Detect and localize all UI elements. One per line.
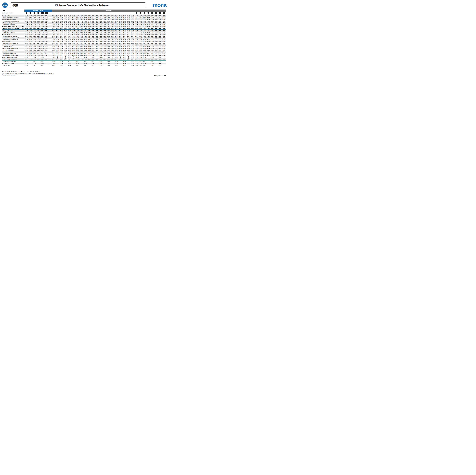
time-cell: 22.20 xyxy=(154,27,158,29)
time-cell: 08.23 xyxy=(68,33,71,35)
time-cell: 22.34 xyxy=(154,58,158,60)
time-cell: 07.36 xyxy=(60,63,64,65)
stop-name-cell: - H.v.Barth-/Hochvogelstr. xyxy=(2,44,24,46)
time-cell: 10.55 xyxy=(87,39,91,41)
badge-cell: HS xyxy=(138,12,142,14)
section-separator xyxy=(2,29,166,30)
time-cell: 22.22 xyxy=(154,32,158,33)
time-cell: 08.42 xyxy=(71,20,75,22)
time-cell: 12.37 xyxy=(99,65,103,66)
time-cell: 08.32 xyxy=(68,55,71,56)
time-cell: 21.21 xyxy=(32,30,36,32)
time-cell: 19.08 xyxy=(142,15,146,17)
time-cell: 19.16 xyxy=(142,26,146,27)
time-cell: 10.34 xyxy=(83,58,87,60)
column-gap xyxy=(48,27,52,29)
time-cell: 09.23 xyxy=(75,33,79,35)
time-cell: 22.26 xyxy=(36,41,40,42)
stop-row: - Bahnhofstr./Immenstädter Str.19.2720.2… xyxy=(2,42,166,44)
time-cell: 20.20 xyxy=(146,27,150,29)
time-cell: 06.54 xyxy=(56,37,60,39)
time-cell: 18.10 xyxy=(138,18,142,20)
time-cell: 08.43 xyxy=(71,22,75,24)
time-cell: 07.55 xyxy=(64,39,68,41)
hs-badge: HS xyxy=(159,12,161,14)
time-cell: 07.29 xyxy=(60,49,64,51)
time-cell: 08.24 xyxy=(68,35,71,37)
time-cell: 22.24 xyxy=(154,37,158,39)
stop-row: - Lindauer Str./Stadtweiher19.3521.3523.… xyxy=(2,61,166,63)
time-cell: 08.56 xyxy=(71,41,75,42)
time-cell: 16.24 xyxy=(131,35,135,37)
time-cell: 17.09 xyxy=(135,17,138,18)
badge-cell xyxy=(127,12,131,14)
column-gap xyxy=(48,63,52,65)
time-cell: 09.42 xyxy=(79,20,83,22)
time-cell: 21.28 xyxy=(150,44,154,46)
badge-cell: HS xyxy=(142,12,146,14)
time-cell: 06.58 xyxy=(56,46,60,48)
time-cell: 21.24 xyxy=(150,37,154,39)
time-cell: 15.08 xyxy=(123,15,127,17)
time-cell: 21.09 xyxy=(32,17,36,18)
time-cell xyxy=(146,65,150,66)
time-cell: 12.59 xyxy=(103,51,107,53)
time-cell: 13.29 xyxy=(107,49,111,51)
time-cell: 16.37 xyxy=(131,65,135,66)
time-cell: 20.15 xyxy=(146,24,150,26)
time-cell: 15.40 xyxy=(127,18,131,20)
time-cell: 12.54 xyxy=(103,37,107,39)
time-cell: 15.36 xyxy=(123,63,127,65)
time-cell: 21.37 xyxy=(150,65,154,66)
time-cell: 00.28 xyxy=(162,44,166,46)
time-cell: 10.53 xyxy=(87,33,91,35)
time-cell: 07.01 xyxy=(56,53,60,55)
time-cell: 00.10 xyxy=(162,18,166,20)
stop-row: - Immenstädter Str./Strigelstr.19.2420.2… xyxy=(2,35,166,37)
time-cell: 06.32 xyxy=(52,55,56,56)
time-cell: 16.12 xyxy=(131,20,135,22)
time-cell: 18.28 xyxy=(138,44,142,46)
time-cell: 13.28 xyxy=(107,46,111,48)
time-cell: 16.10 xyxy=(131,18,135,20)
time-cell: 22.29 xyxy=(154,48,158,49)
time-cell: 11.40 xyxy=(95,18,99,20)
time-cell: 19.28 xyxy=(142,46,146,48)
time-cell: 07.24 xyxy=(60,37,64,39)
time-cell: 20.24 xyxy=(28,35,32,37)
valid-from: gültig ab: 14.12.2025 xyxy=(154,75,166,76)
time-cell: 17.21 xyxy=(135,30,138,32)
time-cell: 17.12 xyxy=(135,20,138,22)
time-cell: 12.55 xyxy=(103,39,107,41)
time-cell: 13.54 xyxy=(111,37,115,39)
time-cell: 21.20 xyxy=(150,27,154,29)
time-cell: 07.58 xyxy=(64,46,68,48)
stop-name-cell: - Bahnhofstr./Immenstädter Str. xyxy=(2,39,24,41)
time-cell: 14.59 xyxy=(119,49,123,51)
time-cell: 10.24 xyxy=(83,35,87,37)
time-cell: 18.27 xyxy=(138,42,142,44)
time-cell: 23.21 xyxy=(158,30,162,32)
time-cell: 06.42 xyxy=(56,20,60,22)
time-cell: 13.04 xyxy=(103,58,107,60)
time-cell: 16.26 xyxy=(131,41,135,42)
time-cell: 18.16 xyxy=(138,26,142,27)
time-cell: 12.40 xyxy=(103,18,107,20)
time-cell: 12.27 xyxy=(99,42,103,44)
time-cell: 12.26 xyxy=(99,41,103,42)
badge-cell xyxy=(79,12,83,14)
column-gap xyxy=(48,20,52,22)
time-cell: 10.37 xyxy=(83,65,87,66)
time-cell: 13.50 xyxy=(111,27,115,29)
stop-row: - Bahnhofstr./Immenstädter Str.19.2520.2… xyxy=(2,39,166,41)
stop-name-cell: - Wirlinger Str. xyxy=(2,65,24,66)
time-cell: 23.23 xyxy=(158,33,162,35)
time-cell: 17.26 xyxy=(135,41,138,42)
time-cell: 12.28 xyxy=(99,46,103,48)
stop-name: - Haslacher Str. xyxy=(2,34,23,35)
time-cell: 00.28 xyxy=(162,46,166,48)
time-cell: 12.54 xyxy=(103,35,107,37)
time-cell xyxy=(71,65,75,66)
time-cell: 15.50 xyxy=(127,27,131,29)
time-cell: 09.52 xyxy=(79,32,83,33)
